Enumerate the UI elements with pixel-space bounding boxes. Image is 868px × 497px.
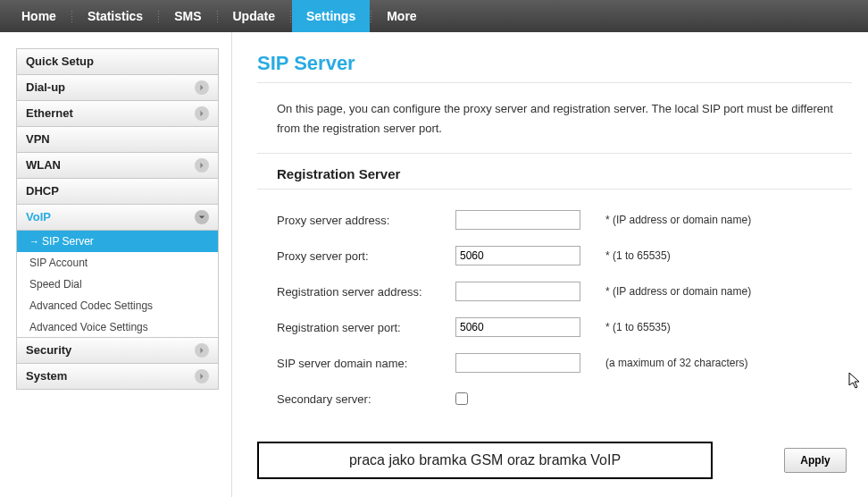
chevron-right-icon bbox=[195, 158, 209, 173]
sidebar-item-wlan[interactable]: WLAN bbox=[16, 152, 219, 179]
page-title: SIP Server bbox=[257, 52, 852, 83]
nav-statistics[interactable]: Statistics bbox=[73, 0, 157, 32]
info-banner: praca jako bramka GSM oraz bramka VoIP bbox=[257, 442, 713, 479]
sidebar-sub-sip-server[interactable]: SIP Server bbox=[17, 231, 218, 252]
sidebar-item-dhcp[interactable]: DHCP bbox=[16, 178, 219, 205]
sidebar-item-label: VPN bbox=[26, 127, 50, 152]
proxy-port-label: Proxy server port: bbox=[277, 249, 455, 263]
nav-update[interactable]: Update bbox=[219, 0, 289, 32]
reg-address-label: Registration server address: bbox=[277, 285, 455, 299]
sidebar-item-label: Dial-up bbox=[26, 75, 65, 100]
chevron-right-icon bbox=[195, 343, 209, 358]
proxy-address-input[interactable] bbox=[455, 210, 580, 230]
top-nav: Home Statistics SMS Update Settings More bbox=[0, 0, 868, 32]
domain-hint: (a maximum of 32 characters) bbox=[605, 357, 747, 369]
sidebar-item-label: WLAN bbox=[26, 153, 61, 178]
chevron-right-icon bbox=[195, 106, 209, 121]
sidebar: Quick Setup Dial-up Ethernet VPN WLAN DH… bbox=[0, 32, 232, 497]
sidebar-item-ethernet[interactable]: Ethernet bbox=[16, 100, 219, 127]
domain-label: SIP server domain name: bbox=[277, 357, 455, 370]
sidebar-item-dial-up[interactable]: Dial-up bbox=[16, 74, 219, 101]
secondary-label: Secondary server: bbox=[277, 392, 455, 406]
nav-sms[interactable]: SMS bbox=[160, 0, 215, 32]
sidebar-item-label: Security bbox=[26, 338, 71, 363]
nav-more[interactable]: More bbox=[372, 0, 430, 32]
sidebar-item-label: VoIP bbox=[26, 205, 51, 230]
sidebar-item-quick-setup[interactable]: Quick Setup bbox=[16, 48, 219, 75]
proxy-port-input[interactable] bbox=[455, 246, 580, 265]
nav-home[interactable]: Home bbox=[7, 0, 71, 32]
section-title: Registration Server bbox=[257, 166, 852, 190]
reg-port-input[interactable] bbox=[455, 317, 580, 337]
sidebar-item-label: Quick Setup bbox=[26, 49, 94, 74]
sidebar-item-system[interactable]: System bbox=[16, 363, 219, 390]
sidebar-sub-sip-account[interactable]: SIP Account bbox=[17, 252, 218, 274]
chevron-right-icon bbox=[195, 369, 209, 383]
sidebar-item-label: DHCP bbox=[26, 179, 59, 204]
chevron-right-icon bbox=[195, 80, 209, 95]
reg-address-hint: * (IP address or domain name) bbox=[605, 285, 751, 298]
sidebar-sub-speed-dial[interactable]: Speed Dial bbox=[17, 274, 218, 295]
reg-address-input[interactable] bbox=[455, 282, 580, 301]
main-content: SIP Server On this page, you can configu… bbox=[232, 32, 868, 497]
sidebar-item-label: Ethernet bbox=[26, 101, 73, 126]
proxy-address-label: Proxy server address: bbox=[277, 214, 455, 227]
sidebar-item-vpn[interactable]: VPN bbox=[16, 126, 219, 153]
page-intro: On this page, you can configure the prox… bbox=[257, 99, 852, 154]
sidebar-sub-advanced-codec[interactable]: Advanced Codec Settings bbox=[17, 295, 218, 316]
apply-button[interactable]: Apply bbox=[784, 448, 847, 473]
sidebar-item-security[interactable]: Security bbox=[16, 337, 219, 364]
sidebar-sub-advanced-voice[interactable]: Advanced Voice Settings bbox=[17, 316, 218, 338]
proxy-port-hint: * (1 to 65535) bbox=[605, 249, 671, 262]
sidebar-sublist-voip: SIP Server SIP Account Speed Dial Advanc… bbox=[16, 231, 219, 338]
domain-input[interactable] bbox=[455, 353, 580, 373]
reg-port-hint: * (1 to 65535) bbox=[605, 321, 671, 333]
registration-form: Proxy server address: * (IP address or d… bbox=[257, 202, 852, 417]
sidebar-item-voip[interactable]: VoIP bbox=[16, 204, 219, 231]
nav-settings[interactable]: Settings bbox=[292, 0, 370, 32]
reg-port-label: Registration server port: bbox=[277, 321, 455, 334]
secondary-checkbox[interactable] bbox=[455, 392, 468, 405]
proxy-address-hint: * (IP address or domain name) bbox=[605, 214, 751, 226]
sidebar-item-label: System bbox=[26, 364, 67, 389]
chevron-down-icon bbox=[195, 210, 209, 224]
